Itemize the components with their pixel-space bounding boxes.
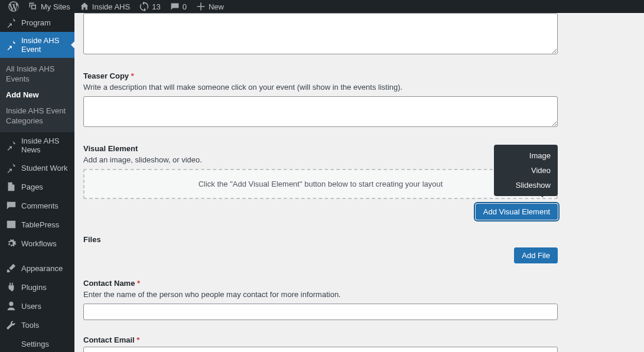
visual-type-menu: Image Video Slideshow (494, 145, 558, 196)
sidebar-item-label: Plugins (21, 283, 47, 292)
sidebar-item-pages[interactable]: Pages (0, 177, 74, 196)
brush-icon (6, 263, 17, 273)
updates-count: 13 (152, 2, 160, 11)
sidebar-item-workflows[interactable]: Workflows (0, 234, 74, 253)
table-icon (6, 219, 17, 230)
visual-label: Visual Element (83, 144, 558, 153)
site-name-label: Inside AHS (92, 2, 130, 11)
my-sites-menu[interactable]: My Sites (24, 0, 75, 13)
wordpress-icon (8, 1, 19, 12)
pin-icon (6, 140, 17, 151)
comments-menu[interactable]: 0 (165, 0, 191, 13)
sidebar-subitem-categories[interactable]: Inside AHS Event Categories (0, 103, 74, 129)
teaser-textarea[interactable] (83, 96, 558, 127)
plus-icon (196, 2, 206, 11)
sidebar-item-label: Student Work (21, 164, 68, 172)
required-indicator: * (137, 279, 140, 288)
sidebar-item-tablepress[interactable]: TablePress (0, 215, 74, 234)
sidebar-submenu-events: All Inside AHS Events Add New Inside AHS… (0, 58, 74, 132)
sidebar-item-label: Pages (21, 182, 43, 191)
wrench-icon (6, 320, 17, 330)
sidebar-item-label: Appearance (21, 264, 63, 273)
files-label: Files (83, 235, 558, 244)
multisite-icon (28, 2, 38, 11)
pin-icon (6, 162, 17, 173)
contact-name-description: Enter the name of the person who people … (83, 290, 558, 299)
field-teaser-copy: Teaser Copy * Write a description that w… (83, 71, 558, 129)
gear-icon (6, 238, 17, 249)
visual-menu-image[interactable]: Image (494, 148, 558, 163)
sidebar-item-label: Inside AHS Event (21, 36, 69, 54)
add-visual-element-button[interactable]: Add Visual Element (476, 204, 558, 220)
sidebar-item-label: Tools (21, 321, 39, 330)
required-indicator: * (136, 335, 139, 344)
sidebar-item-settings[interactable]: Settings (0, 334, 74, 352)
sliders-icon (6, 338, 17, 349)
visual-description: Add an image, slideshow, or video. (83, 155, 558, 164)
user-icon (6, 301, 17, 311)
body-textarea[interactable] (83, 13, 558, 54)
teaser-label: Teaser Copy * (83, 71, 558, 80)
sidebar-item-users[interactable]: Users (0, 296, 74, 315)
update-icon (139, 2, 149, 11)
main-content: Teaser Copy * Write a description that w… (74, 13, 644, 352)
sidebar-item-label: Inside AHS News (21, 136, 69, 154)
admin-toolbar: My Sites Inside AHS 13 0 New (0, 0, 644, 13)
sidebar-item-inside-ahs-event[interactable]: Inside AHS Event (0, 32, 74, 58)
sidebar-item-tools[interactable]: Tools (0, 315, 74, 334)
comment-icon (170, 2, 180, 11)
sidebar-item-label: Program (21, 18, 51, 27)
add-file-button[interactable]: Add File (514, 247, 558, 263)
wp-logo[interactable] (4, 0, 24, 13)
field-contact-name: Contact Name * Enter the name of the per… (83, 279, 558, 320)
comment-icon (6, 200, 17, 211)
my-sites-label: My Sites (41, 2, 70, 11)
contact-name-input[interactable] (83, 304, 558, 320)
field-files: Files Add File (83, 235, 558, 263)
contact-email-label: Contact Email * (83, 335, 558, 344)
sidebar-subitem-add-new[interactable]: Add New (0, 87, 74, 103)
contact-email-input[interactable] (83, 347, 558, 352)
comments-count: 0 (183, 2, 187, 11)
field-visual-element: Visual Element Add an image, slideshow, … (83, 144, 558, 220)
updates-menu[interactable]: 13 (135, 0, 165, 13)
sidebar-item-inside-ahs-news[interactable]: Inside AHS News (0, 132, 74, 158)
visual-menu-video[interactable]: Video (494, 163, 558, 178)
pin-icon (6, 40, 17, 50)
pages-icon (6, 181, 17, 192)
sidebar-subitem-all-events[interactable]: All Inside AHS Events (0, 61, 74, 87)
sidebar-separator (0, 253, 74, 259)
sidebar-item-comments[interactable]: Comments (0, 196, 74, 215)
sidebar-item-appearance[interactable]: Appearance (0, 259, 74, 278)
sidebar-item-plugins[interactable]: Plugins (0, 278, 74, 296)
sidebar-item-program[interactable]: Program (0, 13, 74, 32)
plug-icon (6, 282, 17, 292)
home-icon (80, 2, 89, 11)
site-home-menu[interactable]: Inside AHS (75, 0, 135, 13)
sidebar-item-student-work[interactable]: Student Work (0, 158, 74, 177)
visual-element-dropzone[interactable]: Click the "Add Visual Element" button be… (83, 169, 558, 199)
sidebar-item-label: Users (21, 302, 41, 311)
required-indicator: * (131, 71, 134, 80)
new-content-menu[interactable]: New (191, 0, 229, 13)
sidebar-item-label: Settings (21, 340, 49, 348)
field-contact-email: Contact Email * (83, 335, 558, 352)
admin-sidebar: Program Inside AHS Event All Inside AHS … (0, 13, 74, 352)
teaser-description: Write a description that will make someo… (83, 83, 558, 92)
sidebar-item-label: Workflows (21, 239, 57, 248)
sidebar-item-label: Comments (21, 201, 58, 210)
visual-placeholder-text: Click the "Add Visual Element" button be… (199, 180, 443, 188)
contact-name-label: Contact Name * (83, 279, 558, 288)
sidebar-item-label: TablePress (21, 220, 59, 229)
pin-icon (6, 17, 17, 28)
new-label: New (209, 2, 224, 11)
visual-menu-slideshow[interactable]: Slideshow (494, 178, 558, 193)
